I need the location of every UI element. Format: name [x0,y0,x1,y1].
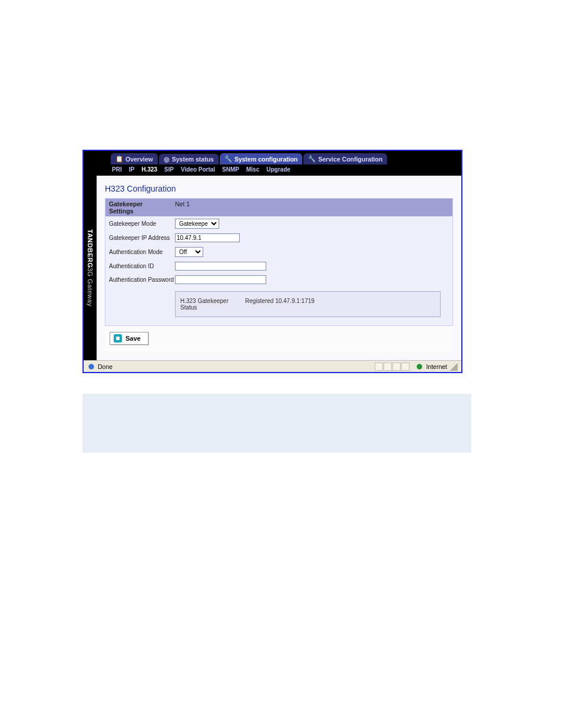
save-button-label: Save [125,335,141,342]
note-area [82,394,471,453]
select-gatekeeper-mode[interactable]: Gatekeeper [175,219,219,229]
save-row: Save [105,326,453,352]
status-zone: Internet [426,363,447,370]
row-gatekeeper-ip: Gatekeeper IP Address [105,231,452,245]
browser-status-bar: Done Internet [84,360,461,372]
panel-net-label: Net 1 [171,199,193,216]
status-cell [375,363,383,371]
status-cell [384,363,392,371]
subtab-misc[interactable]: Misc [246,166,259,173]
tab-label: Service Configuration [318,156,382,163]
panel-header: Gatekeeper Settings Net 1 [105,199,452,216]
brand-text: TANDBERG [87,229,94,268]
input-auth-password[interactable] [175,275,266,284]
select-auth-mode[interactable]: Off [175,247,203,257]
subtab-ip[interactable]: IP [129,166,134,173]
tab-label: Overview [125,156,153,163]
subtab-snmp[interactable]: SNMP [222,166,239,173]
tab-label: System configuration [234,156,297,163]
status-cells [375,363,409,371]
subtab-pri[interactable]: PRI [112,166,122,173]
subtab-upgrade[interactable]: Upgrade [266,166,290,173]
tab-system-status[interactable]: ◎ System status [159,154,219,164]
input-auth-id[interactable] [175,262,266,271]
input-gatekeeper-ip[interactable] [175,233,240,242]
row-auth-id: Authentication ID [105,259,452,273]
wrench-icon: 🔧 [308,155,316,163]
label-auth-id: Authentication ID [109,263,175,269]
label-auth-mode: Authentication Mode [109,249,175,255]
row-gatekeeper-mode: Gatekeeper Mode Gatekeeper [105,216,452,231]
status-done: Done [98,363,113,370]
status-label: H.323 Gatekeeper Status [180,298,245,311]
save-button[interactable]: Save [110,332,148,345]
target-icon: ◎ [164,156,170,163]
label-gatekeeper-ip: Gatekeeper IP Address [109,235,175,241]
tab-system-configuration[interactable]: 🔧 System configuration [220,153,302,164]
page-icon [87,363,95,371]
status-cell [392,363,401,371]
panel-section-label: Gatekeeper Settings [105,199,171,216]
page-title: H323 Configuration [105,182,453,198]
subtab-h323[interactable]: H.323 [141,166,157,173]
body-row: TANDBERG 3G Gateway H323 Configuration G… [84,176,461,360]
row-auth-password: Authentication Password [105,273,452,286]
subtab-sip[interactable]: SIP [164,166,174,173]
brand-sidebar: TANDBERG 3G Gateway [84,176,97,360]
gatekeeper-status-box: H.323 Gatekeeper Status Registered 10.47… [175,291,441,317]
label-auth-password: Authentication Password [109,276,175,283]
status-value: Registered 10.47.9.1:1719 [245,298,435,311]
tab-service-configuration[interactable]: 🔧 Service Configuration [303,153,387,164]
top-tab-bar: 📋 Overview ◎ System status 🔧 System conf… [84,151,461,164]
sub-tab-bar: PRI IP H.323 SIP Video Portal SNMP Misc … [84,164,461,176]
tab-overview[interactable]: 📋 Overview [111,153,158,164]
main-content: H323 Configuration Gatekeeper Settings N… [97,176,461,360]
product-text: 3G Gateway [87,268,94,307]
disk-icon [114,334,122,342]
status-cell [401,363,409,371]
subtab-video-portal[interactable]: Video Portal [181,166,215,173]
tab-label: System status [172,156,214,163]
clipboard-icon: 📋 [115,155,123,163]
internet-zone-icon [415,363,424,371]
browser-window: 📋 Overview ◎ System status 🔧 System conf… [82,150,462,373]
label-gatekeeper-mode: Gatekeeper Mode [109,220,175,227]
resize-handle-icon [449,363,458,371]
row-auth-mode: Authentication Mode Off [105,245,452,259]
wrench-icon: 🔧 [224,155,232,163]
gatekeeper-panel: Gatekeeper Settings Net 1 Gatekeeper Mod… [105,198,453,326]
